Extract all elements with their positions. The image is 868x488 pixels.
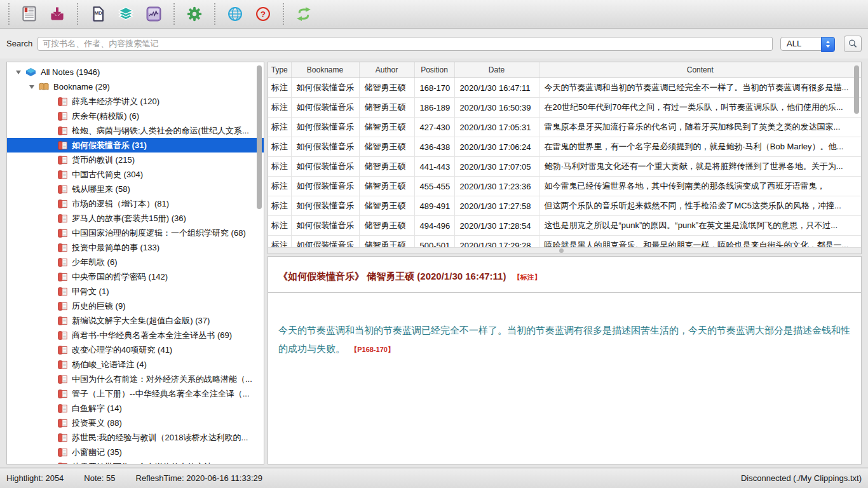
- sidebar-book-item[interactable]: 中央帝国的哲学密码 (142): [7, 269, 264, 284]
- cell-position: 455-455: [414, 177, 454, 196]
- cell-bookname: 如何假装懂音乐: [291, 137, 359, 157]
- column-header-position[interactable]: Position: [414, 62, 454, 78]
- column-header-type[interactable]: Type: [268, 62, 291, 78]
- table-row[interactable]: 标注如何假装懂音乐储智勇王硕186-1892020/1/30 16:50:39在…: [268, 98, 861, 118]
- sidebar-book-item[interactable]: 市场的逻辑（增订本）(81): [7, 196, 264, 211]
- layers-icon: [118, 5, 133, 23]
- cell-date: 2020/1/30 17:06:24: [454, 137, 539, 157]
- sidebar-book-item[interactable]: 少年凯歌 (6): [7, 255, 264, 269]
- table-row[interactable]: 标注如何假装懂音乐储智勇王硕168-1702020/1/30 16:47:11今…: [268, 78, 861, 98]
- sidebar-book-item[interactable]: 白鱼解字 (14): [7, 401, 264, 416]
- horizontal-scroll-thumb[interactable]: [559, 248, 564, 253]
- sidebar-book-item[interactable]: 薛兆丰经济学讲义 (120): [7, 94, 264, 109]
- sidebar-item-bookname[interactable]: Bookname (29): [7, 79, 264, 94]
- book-icon: [58, 214, 67, 223]
- sidebar-book-item[interactable]: 商君书-中华经典名著全本全注全译丛书 (69): [7, 328, 264, 342]
- column-header-author[interactable]: Author: [359, 62, 414, 78]
- sidebar-book-item[interactable]: 中国古代简史 (304): [7, 167, 264, 182]
- sidebar-book-item[interactable]: 从零开始学写作：个人增值的有效方法 (6): [7, 459, 264, 464]
- chevron-down-icon: [826, 45, 830, 48]
- table-row[interactable]: 标注如何假装懂音乐储智勇王硕441-4432020/1/30 17:07:05鲍…: [268, 157, 861, 177]
- filter-dropdown-value: ALL: [787, 39, 801, 48]
- table-row[interactable]: 标注如何假装懂音乐储智勇王硕436-4382020/1/30 17:06:24在…: [268, 137, 861, 157]
- table-row[interactable]: 标注如何假装懂音乐储智勇王硕494-4962020/1/30 17:28:54这…: [268, 216, 861, 236]
- sidebar-book-item[interactable]: 杨伯峻_论语译注 (4): [7, 357, 264, 372]
- all-notes-book-icon: [25, 68, 36, 77]
- search-button[interactable]: [844, 36, 862, 52]
- sidebar-book-item[interactable]: 小窗幽记 (35): [7, 445, 264, 459]
- table-row[interactable]: 标注如何假装懂音乐储智勇王硕489-4912020/1/30 17:27:58但…: [268, 196, 861, 216]
- sidebar-book-item[interactable]: 钱从哪里来 (58): [7, 182, 264, 196]
- cell-date: 2020/1/30 17:27:58: [454, 196, 539, 216]
- sidebar-book-item[interactable]: 历史的巨镜 (9): [7, 299, 264, 313]
- cell-content: 在20世纪50年代到70年代之间，有过一类乐队，叫节奏蓝调乐队，他们使用的乐..…: [539, 98, 861, 118]
- book-icon: [58, 346, 67, 355]
- cell-position: 494-496: [414, 216, 454, 236]
- sidebar-book-item[interactable]: 货币的教训 (215): [7, 152, 264, 167]
- note-detail-panel: 《如何假装懂音乐》 储智勇王硕 (2020/1/30 16:47:11) 【标注…: [268, 256, 862, 464]
- sidebar-item-all-notes[interactable]: All Notes (1946): [7, 65, 264, 79]
- settings-gear-icon[interactable]: [183, 2, 206, 26]
- sidebar-book-item[interactable]: 投资中最简单的事 (133): [7, 240, 264, 255]
- column-header-date[interactable]: Date: [454, 62, 539, 78]
- dropdown-stepper-icon: [821, 37, 835, 52]
- refresh-sync-icon[interactable]: [292, 2, 315, 26]
- import-clippings-icon[interactable]: [46, 2, 69, 26]
- column-header-bookname[interactable]: Bookname: [291, 62, 359, 78]
- table-row[interactable]: 标注如何假装懂音乐储智勇王硕427-4302020/1/30 17:05:31雷…: [268, 118, 861, 137]
- book-label: 投资要义 (88): [72, 417, 122, 429]
- sidebar-book-item[interactable]: 投资要义 (88): [7, 416, 264, 430]
- notes-document-icon[interactable]: [18, 2, 41, 26]
- sidebar-book-item[interactable]: 苏世民:我的经验与教训（2018读桥水达利欧的...: [7, 430, 264, 445]
- note-type-tag: 【标注】: [513, 273, 541, 281]
- disclosure-triangle-icon[interactable]: [29, 85, 34, 89]
- note-count: Note: 55: [84, 473, 115, 483]
- book-icon: [58, 331, 67, 340]
- book-icon: [58, 185, 67, 194]
- help-icon[interactable]: ?: [252, 2, 275, 26]
- cell-author: 储智勇王硕: [359, 177, 414, 196]
- markdown-export-icon[interactable]: MD: [86, 2, 109, 26]
- sidebar-book-item[interactable]: 枪炮、病菌与钢铁:人类社会的命运(世纪人文系...: [7, 123, 264, 138]
- table-scrollbar[interactable]: [854, 65, 859, 114]
- sidebar-book-item[interactable]: 甲骨文 (1): [7, 284, 264, 299]
- disclosure-triangle-icon[interactable]: [16, 71, 21, 74]
- cell-date: 2020/1/30 17:28:54: [454, 216, 539, 236]
- book-icon: [58, 112, 67, 121]
- sidebar-book-item[interactable]: 中国为什么有前途：对外经济关系的战略潜能（...: [7, 372, 264, 386]
- table-body: 标注如何假装懂音乐储智勇王硕168-1702020/1/30 16:47:11今…: [268, 78, 861, 255]
- cell-content: 在雷鬼的世界里，有一个名字是必须提到的，就是鲍勃·马利（Bob Marley）。…: [539, 137, 861, 157]
- cell-position: 489-491: [414, 196, 454, 216]
- sidebar-book-item[interactable]: 庆余年(精校版) (6): [7, 109, 264, 123]
- book-label: 改变心理学的40项研究 (41): [72, 344, 172, 356]
- bookname-open-book-icon: [39, 83, 49, 91]
- toolbar-separator: [77, 3, 78, 25]
- sidebar-book-item[interactable]: 管子（上下册）--中华经典名著全本全注全译（...: [7, 386, 264, 401]
- book-icon: [58, 141, 67, 150]
- cell-position: 441-443: [414, 157, 454, 177]
- table-horizontal-scrollbar[interactable]: [268, 247, 861, 254]
- filter-dropdown[interactable]: ALL: [780, 37, 835, 51]
- toolbar: MD: [0, 0, 868, 29]
- book-label: 枪炮、病菌与钢铁:人类社会的命运(世纪人文系...: [72, 125, 249, 137]
- column-header-content[interactable]: Content: [539, 62, 861, 78]
- sidebar-book-item[interactable]: 改变心理学的40项研究 (41): [7, 342, 264, 357]
- layers-icon[interactable]: [114, 2, 137, 26]
- cell-content: 这也是朋克之所以是“punk”的原因。“punk”在英文里是流氓阿飞的意思，只不…: [539, 216, 861, 236]
- book-icon: [58, 126, 67, 135]
- statistics-chart-icon[interactable]: [142, 2, 165, 26]
- book-icon: [58, 448, 67, 457]
- cell-author: 储智勇王硕: [359, 78, 414, 98]
- book-label: 小窗幽记 (35): [72, 447, 122, 458]
- cell-date: 2020/1/30 17:23:36: [454, 177, 539, 196]
- search-input[interactable]: [37, 37, 773, 51]
- sidebar-book-item[interactable]: 中国国家治理的制度逻辑：一个组织学研究 (68): [7, 226, 264, 240]
- detail-divider: [268, 292, 861, 293]
- website-globe-icon[interactable]: [224, 2, 247, 26]
- sidebar-book-item[interactable]: 新编说文解字大全集(超值白金版) (37): [7, 313, 264, 328]
- sidebar-book-item[interactable]: 罗马人的故事(套装共15册) (36): [7, 211, 264, 226]
- sidebar-book-item[interactable]: 如何假装懂音乐 (31): [7, 138, 264, 152]
- toolbar-separator: [283, 3, 284, 25]
- table-row[interactable]: 标注如何假装懂音乐储智勇王硕455-4552020/1/30 17:23:36如…: [268, 177, 861, 196]
- sidebar-scrollbar[interactable]: [257, 65, 262, 209]
